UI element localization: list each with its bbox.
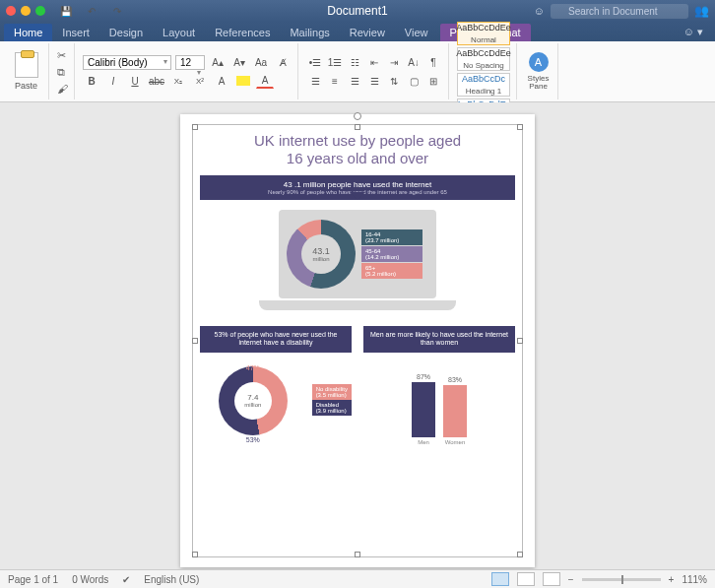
donut-chart-disability: 47% 7.4million 53% (219, 366, 288, 435)
resize-handle[interactable] (192, 124, 198, 130)
resize-handle[interactable] (355, 552, 360, 557)
print-layout-view[interactable] (491, 572, 509, 586)
smiley-icon[interactable]: ☺ (534, 5, 545, 17)
word-count[interactable]: 0 Words (72, 574, 108, 585)
subscript-button[interactable]: X₂ (169, 73, 187, 89)
document-title: Document1 (327, 4, 387, 18)
font-size-select[interactable]: 12 (175, 55, 205, 70)
share-icon[interactable]: 👥 (694, 4, 709, 18)
sort-icon[interactable]: A↓ (405, 54, 422, 70)
rotate-handle[interactable] (354, 112, 361, 120)
callout-gender: Men are more likely to have used the int… (363, 326, 515, 353)
redo-icon[interactable]: ↷ (108, 3, 126, 19)
styles-pane-icon[interactable]: A (529, 52, 549, 72)
align-right-icon[interactable]: ☰ (346, 73, 363, 89)
format-painter-icon[interactable]: 🖌 (57, 83, 68, 95)
tab-design[interactable]: Design (99, 24, 153, 41)
align-left-icon[interactable]: ☰ (306, 73, 324, 89)
multilevel-icon[interactable]: ☷ (346, 54, 363, 70)
tab-layout[interactable]: Layout (153, 24, 205, 41)
align-center-icon[interactable]: ≡ (326, 73, 344, 89)
styles-pane-group: A Styles Pane (519, 43, 558, 99)
line-spacing-icon[interactable]: ⇅ (385, 73, 403, 89)
zoom-level[interactable]: 111% (682, 574, 707, 585)
clipboard-group: Paste (4, 43, 49, 99)
quick-access-toolbar: 💾 ↶ ↷ (57, 3, 126, 19)
shrink-font-icon[interactable]: A▾ (230, 54, 248, 70)
font-group: Calibri (Body) 12 A▴ A▾ Aa A̸ B I U abc … (77, 43, 298, 99)
tab-view[interactable]: View (395, 24, 438, 41)
cut-icon[interactable]: ✂ (57, 49, 68, 62)
zoom-out-icon[interactable]: − (568, 574, 574, 585)
tab-mailings[interactable]: Mailings (280, 24, 339, 41)
callout-disability: 53% of people who have never used the in… (200, 326, 352, 353)
page: UK internet use by people aged 16 years … (180, 114, 535, 567)
resize-handle[interactable] (517, 124, 523, 130)
highlight-icon[interactable] (234, 73, 252, 89)
styles-group: AaBbCcDdEe Normal AaBbCcDdEe No Spacing … (451, 43, 517, 99)
callout-main: 43 .1 million people have used the inter… (200, 175, 515, 200)
donut-chart-age: 43.1million (287, 220, 356, 289)
copy-icon[interactable]: ⧉ (57, 66, 68, 79)
font-name-select[interactable]: Calibri (Body) (83, 55, 171, 70)
underline-button[interactable]: U (126, 73, 144, 89)
clipboard-mini: ✂ ⧉ 🖌 (51, 43, 75, 99)
text-effects-icon[interactable]: A (213, 73, 230, 89)
shading-icon[interactable]: ▢ (405, 73, 422, 89)
feedback-icon[interactable]: ☺ ▾ (676, 23, 711, 41)
style-normal[interactable]: AaBbCcDdEe Normal (457, 22, 510, 45)
web-layout-view[interactable] (517, 572, 535, 586)
borders-icon[interactable]: ⊞ (424, 73, 442, 89)
document-canvas[interactable]: UK internet use by people aged 16 years … (0, 102, 715, 569)
minimize-icon[interactable] (21, 6, 31, 16)
grow-font-icon[interactable]: A▴ (209, 54, 227, 70)
resize-handle[interactable] (517, 338, 523, 344)
save-icon[interactable]: 💾 (57, 3, 75, 19)
bullets-icon[interactable]: •☰ (306, 54, 324, 70)
indent-right-icon[interactable]: ⇥ (385, 54, 403, 70)
italic-button[interactable]: I (104, 73, 122, 89)
window-controls (6, 6, 45, 16)
indent-left-icon[interactable]: ⇤ (365, 54, 383, 70)
undo-icon[interactable]: ↶ (83, 3, 100, 19)
tab-review[interactable]: Review (340, 24, 395, 41)
page-indicator[interactable]: Page 1 of 1 (8, 574, 58, 585)
justify-icon[interactable]: ☰ (365, 73, 383, 89)
styles-pane-button[interactable]: Styles Pane (525, 75, 552, 91)
style-heading-1[interactable]: AaBbCcDc Heading 1 (457, 73, 510, 97)
titlebar: 💾 ↶ ↷ Document1 ☺ 👥 (0, 0, 715, 22)
strikethrough-button[interactable]: abc (148, 73, 165, 89)
resize-handle[interactable] (355, 124, 360, 130)
change-case-icon[interactable]: Aa (252, 54, 270, 70)
resize-handle[interactable] (192, 552, 198, 557)
spell-check-icon[interactable]: ✔ (122, 574, 130, 585)
paste-icon[interactable] (15, 52, 38, 78)
language-indicator[interactable]: English (US) (144, 574, 199, 585)
zoom-icon[interactable] (35, 6, 45, 16)
resize-handle[interactable] (192, 338, 198, 344)
close-icon[interactable] (6, 6, 16, 16)
status-bar: Page 1 of 1 0 Words ✔ English (US) − + 1… (0, 569, 715, 588)
search-input[interactable] (551, 4, 688, 19)
paste-button[interactable]: Paste (15, 81, 37, 91)
font-color-icon[interactable]: A (256, 73, 274, 89)
zoom-slider[interactable] (582, 578, 661, 581)
numbering-icon[interactable]: 1☰ (326, 54, 344, 70)
tab-insert[interactable]: Insert (52, 24, 99, 41)
tab-home[interactable]: Home (4, 24, 52, 41)
legend-age: 16-44(23.7 million) 45-64(14.2 million) … (361, 229, 422, 279)
bold-button[interactable]: B (83, 73, 100, 89)
outline-view[interactable] (543, 572, 560, 586)
clear-format-icon[interactable]: A̸ (274, 54, 292, 70)
paragraph-group: •☰ 1☰ ☷ ⇤ ⇥ A↓ ¶ ☰ ≡ ☰ ☰ ⇅ ▢ ⊞ (300, 43, 449, 99)
style-no-spacing[interactable]: AaBbCcDdEe No Spacing (457, 47, 510, 71)
ribbon-tabs: Home Insert Design Layout References Mai… (0, 22, 715, 41)
tab-references[interactable]: References (205, 24, 280, 41)
ribbon: Paste ✂ ⧉ 🖌 Calibri (Body) 12 A▴ A▾ Aa A… (0, 41, 715, 102)
show-marks-icon[interactable]: ¶ (424, 54, 442, 70)
zoom-in-icon[interactable]: + (669, 574, 675, 585)
laptop-graphic: 43.1million 16-44(23.7 million) 45-64(14… (259, 210, 456, 318)
resize-handle[interactable] (517, 552, 523, 557)
